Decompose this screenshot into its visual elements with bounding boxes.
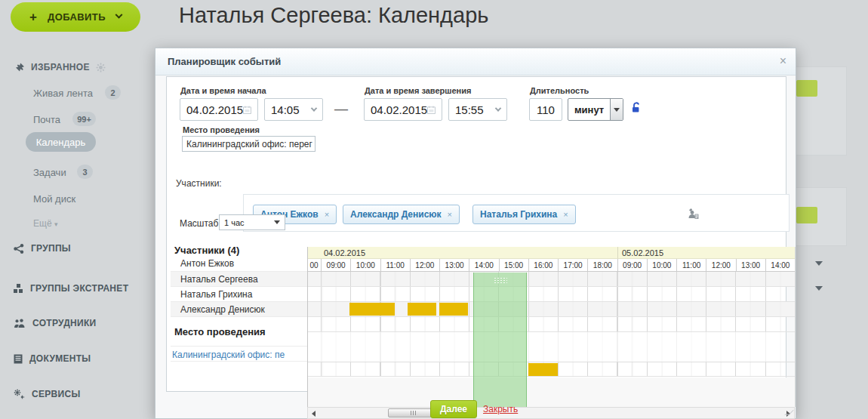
- sidebar-item-more[interactable]: Ещё ▾: [33, 218, 57, 229]
- sidebar-item-services[interactable]: СЕРВИСЫ: [14, 389, 80, 399]
- dialog-content: Дата и время начала 04.02.2015 14:05 — Д…: [166, 76, 786, 392]
- participant-chip[interactable]: Александр Денисюк ×: [343, 205, 460, 224]
- add-button[interactable]: + ДОБАВИТЬ: [11, 2, 140, 32]
- favorites-header[interactable]: ИЗБРАННОЕ: [15, 62, 106, 72]
- favorites-label: ИЗБРАННОЕ: [31, 62, 90, 72]
- grid-row[interactable]: [307, 272, 795, 287]
- close-icon[interactable]: ×: [780, 54, 786, 68]
- remove-participant-icon[interactable]: ×: [563, 210, 568, 219]
- grid-location-row-label[interactable]: Калининградский офис: пе: [172, 350, 285, 360]
- dialog-title: Планировщик событий: [168, 56, 281, 67]
- services-label: СЕРВИСЫ: [32, 389, 80, 399]
- hour-cell: 18:00: [587, 259, 617, 272]
- start-date-input[interactable]: 04.02.2015: [180, 98, 258, 121]
- chevron-down-icon: [311, 105, 317, 111]
- add-button-label: ДОБАВИТЬ: [48, 11, 106, 23]
- duration-input[interactable]: 110: [529, 98, 562, 121]
- busy-block-office-1600-1700[interactable]: [528, 363, 558, 376]
- sidebar-item-groups[interactable]: ГРУППЫ: [14, 243, 71, 254]
- dialog-header[interactable]: Планировщик событий: [155, 48, 796, 75]
- sidebar-item-live-feed[interactable]: Живая лента: [33, 88, 93, 99]
- chevron-down-icon: [495, 105, 501, 111]
- location-input[interactable]: Калининградский офис: перег: [182, 136, 315, 152]
- start-label: Дата и время начала: [180, 86, 266, 95]
- selection-block[interactable]: [473, 273, 527, 407]
- sidebar-item-extranet-groups[interactable]: ГРУППЫ ЭКСТРАНЕТ: [14, 283, 128, 294]
- hours-header: 00 09:00 10:00 11:00 12:00 13:00 14:00 1…: [307, 259, 795, 272]
- scroll-left-arrow[interactable]: [312, 411, 315, 417]
- participants-label: Участники:: [176, 178, 222, 189]
- people-icon: [14, 319, 26, 328]
- start-time-value: 14:05: [271, 103, 300, 116]
- end-label: Дата и время завершения: [365, 86, 471, 95]
- date-band-day2: 05.02.2015: [617, 247, 795, 259]
- hour-cell: 00: [307, 259, 321, 272]
- sidebar-item-tasks[interactable]: Задачи: [33, 167, 66, 178]
- unit-dropdown-button[interactable]: [610, 99, 623, 120]
- duration-unit-select[interactable]: минут: [568, 98, 623, 121]
- busy-block-grikhina-1300-1400[interactable]: [439, 303, 468, 316]
- document-icon: [14, 354, 23, 364]
- dash-separator: —: [334, 101, 348, 117]
- grid-empty-area: [307, 377, 795, 407]
- blocks-icon: [14, 284, 23, 294]
- scale-label: Масштаб:: [180, 218, 221, 229]
- row-divider: [171, 271, 307, 272]
- page-title: Наталья Сергеева: Календарь: [179, 3, 488, 28]
- busy-block-grikhina-1000-1130[interactable]: [349, 303, 395, 316]
- end-time-select[interactable]: 15:55: [448, 98, 507, 121]
- busy-block-grikhina-1200-1300[interactable]: [408, 303, 436, 316]
- horizontal-scrollbar[interactable]: [307, 407, 795, 419]
- add-participant-icon[interactable]: [687, 208, 700, 220]
- sidebar-item-calendar[interactable]: Календарь: [26, 132, 96, 152]
- calendar-icon[interactable]: [427, 105, 436, 115]
- date-band-day1: 04.02.2015: [307, 247, 617, 259]
- employees-label: СОТРУДНИКИ: [32, 318, 97, 328]
- hour-cell: 16:00: [528, 259, 558, 272]
- row-divider: [171, 361, 307, 362]
- unlock-icon[interactable]: [631, 102, 642, 112]
- remove-participant-icon[interactable]: ×: [325, 210, 329, 219]
- documents-label: ДОКУМЕНТЫ: [29, 353, 91, 364]
- event-planner-dialog: Планировщик событий × Дата и время начал…: [155, 48, 796, 419]
- drag-handle-icon[interactable]: [494, 277, 507, 284]
- end-date-input[interactable]: 04.02.2015: [364, 98, 442, 121]
- calendar-icon[interactable]: [243, 105, 251, 115]
- caret-down-icon: ▾: [54, 220, 58, 228]
- background-event-block: [796, 207, 817, 223]
- share-icon: [14, 244, 24, 254]
- pin-icon: [15, 63, 25, 72]
- hour-cell: 14:00: [469, 259, 498, 272]
- hour-cell: 10:00: [647, 259, 676, 272]
- sidebar-item-employees[interactable]: СОТРУДНИКИ: [14, 318, 97, 328]
- hour-cell: 11:00: [676, 259, 706, 272]
- grid-section-gap: [307, 332, 795, 362]
- scale-select[interactable]: 1 час: [219, 214, 285, 230]
- sidebar-item-documents[interactable]: ДОКУМЕНТЫ: [14, 353, 91, 364]
- duration-unit-value: минут: [568, 99, 610, 120]
- extranet-groups-label: ГРУППЫ ЭКСТРАНЕТ: [30, 283, 128, 294]
- participants-container[interactable]: Антон Ежков × Александр Денисюк × Наталь…: [243, 194, 790, 232]
- remove-participant-icon[interactable]: ×: [448, 210, 452, 219]
- close-link[interactable]: Закрыть: [483, 404, 518, 414]
- participant-chip[interactable]: Наталья Грихина ×: [472, 205, 576, 224]
- sidebar-item-mail[interactable]: Почта: [33, 114, 60, 125]
- dropdown-arrow-icon: [274, 220, 280, 224]
- background-dropdown-arrow: [815, 261, 823, 266]
- live-feed-badge: 2: [105, 85, 121, 100]
- hour-cell: 12:00: [410, 259, 439, 272]
- grid-row-label: Наталья Грихина: [180, 289, 252, 300]
- grid-row[interactable]: [307, 287, 795, 302]
- duration-label: Длительность: [530, 86, 589, 95]
- start-time-select[interactable]: 14:05: [264, 98, 323, 121]
- hour-cell: 10:00: [350, 259, 380, 272]
- next-button[interactable]: Далее: [430, 400, 477, 418]
- grid-right-border: [795, 247, 796, 407]
- gear-icon[interactable]: [96, 63, 106, 72]
- grid-row[interactable]: [307, 317, 795, 332]
- sidebar-item-my-drive[interactable]: Мой диск: [33, 193, 75, 205]
- grid-row-label: Антон Ежков: [180, 258, 234, 269]
- chevron-down-icon: [115, 11, 122, 19]
- end-date-value: 04.02.2015: [371, 103, 427, 116]
- grid-row-label: Наталья Сергеева: [180, 274, 258, 285]
